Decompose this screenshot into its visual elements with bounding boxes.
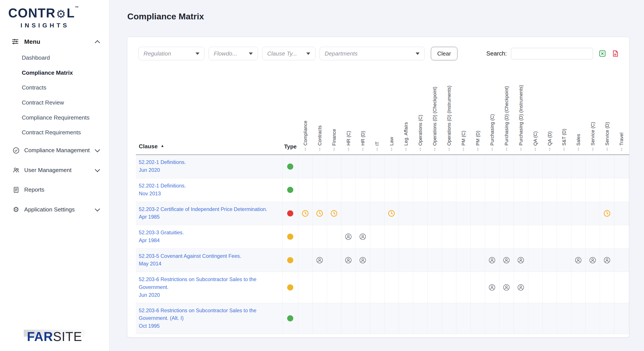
column-header-it[interactable]: IT▲▼ [370,85,384,154]
section-label: Reports [24,186,44,193]
sort-arrows-icon: ▲▼ [505,147,508,151]
sort-arrows-icon: ▲▼ [548,147,551,151]
clause-link[interactable]: 52.203-5 Covenant Against Contingent Fee… [139,252,281,260]
type-column-header[interactable]: Type [282,144,298,154]
person-icon[interactable] [604,257,610,264]
column-header-finance[interactable]: Finance▲▼ [327,85,342,154]
column-header-pm-c[interactable]: PM (C)▲▼ [456,85,471,154]
clause-date-link[interactable]: Nov 2013 [139,190,281,198]
column-header-purchasing-c[interactable]: Purchasing (C)▲▼ [485,85,500,154]
clause-link[interactable]: 52.203-2 Certificate of Independent Pric… [139,206,281,214]
excel-export-icon[interactable] [598,50,606,58]
sidebar-item-contracts[interactable]: Contracts [0,80,109,95]
clause-link[interactable]: 52.203-3 Gratuities. [139,229,281,237]
regulation-filter[interactable]: Regulation [138,47,205,60]
matrix-cell-purchasing-c [485,178,500,202]
column-header-purchasing-d-instruments[interactable]: Purchasing (D) (Instruments)▲▼ [514,85,528,154]
column-header-qa-d[interactable]: QA (D)▲▼ [542,85,557,154]
person-icon[interactable] [517,284,524,291]
sidebar-item-application-settings[interactable]: ⚙ Application Settings [0,200,109,219]
sidebar-item-compliance-matrix[interactable]: Compliance Matrix [0,65,109,80]
clause-link[interactable]: 52.203-6 Restrictions on Subcontractor S… [139,307,281,322]
sort-arrows-icon: ▲▼ [362,147,364,151]
column-header-operations-d-instruments[interactable]: Operations (D) (Instruments)▲▼ [442,85,456,154]
pdf-export-icon[interactable] [612,50,620,58]
sidebar-item-dashboard[interactable]: Dashboard [0,50,109,65]
flowdown-filter[interactable]: Flowdo... [208,47,258,60]
matrix-cell-service-c [586,178,600,202]
logo-subtitle: INSIGHTS [20,22,109,29]
clock-icon[interactable] [330,210,338,217]
clock-icon[interactable] [604,210,610,217]
person-icon[interactable] [345,233,352,240]
type-indicator-red [287,210,293,216]
column-header-operations-c[interactable]: Operations (C)▲▼ [413,85,428,154]
column-header-sales[interactable]: Sales▲▼ [571,85,586,154]
clause-date-link[interactable]: Jun 2020 [139,291,281,299]
clause-date-link[interactable]: Apr 1984 [139,237,281,244]
column-header-leg-affairs[interactable]: Leg. Affairs▲▼ [399,85,413,154]
departments-filter[interactable]: Departments [320,47,425,60]
person-icon[interactable] [589,257,596,264]
clause-column-header[interactable]: Clause▲ [136,143,282,154]
column-header-hr-d[interactable]: HR (D)▲▼ [356,85,370,154]
column-header-law[interactable]: Law▲▼ [384,85,399,154]
caret-down-icon [306,52,310,55]
column-header-contracts[interactable]: Contracts▲▼ [313,85,327,154]
farsite-far: FAR [27,330,53,344]
person-icon[interactable] [359,233,366,240]
clock-icon[interactable] [316,210,323,217]
matrix-cell-operations-c [413,178,428,202]
matrix-cell-purchasing-c [485,272,500,303]
clear-button[interactable]: Clear [431,47,458,60]
person-icon[interactable] [345,257,352,264]
clause-link[interactable]: 52.202-1 Definitions. [139,158,281,166]
sidebar-item-compliance-requirements[interactable]: Compliance Requirements [0,110,109,125]
column-header-service-c[interactable]: Service (C)▲▼ [586,85,600,154]
column-header-s-t-d[interactable]: S&T (D)▲▼ [557,85,571,154]
clause-date-link[interactable]: May 2014 [139,260,281,268]
column-header-travel[interactable]: Travel▲▼ [614,85,629,154]
matrix-cell-compliance [298,178,313,202]
column-header-hr-c[interactable]: HR (C)▲▼ [342,85,356,154]
matrix-cell-finance [327,155,342,178]
matrix-cell-operations-d-checkpoint [428,155,442,178]
column-header-purchasing-d-checkpoint[interactable]: Purchasing (D) (Checkpoint)▲▼ [500,85,514,154]
sort-arrows-icon: ▲▼ [606,147,608,151]
matrix-cell-hr-c [342,303,356,334]
person-icon[interactable] [488,257,496,264]
clause-date-link[interactable]: Jun 2020 [139,166,281,174]
person-icon[interactable] [517,257,524,264]
matrix-cell-purchasing-d-instruments [514,225,528,248]
column-header-qa-c[interactable]: QA (C)▲▼ [528,85,542,154]
person-icon[interactable] [488,284,496,291]
clock-icon[interactable] [388,210,395,217]
clause-link[interactable]: 52.202-1 Definitions. [139,182,281,190]
clause-date-link[interactable]: Oct 1995 [139,322,281,330]
column-header-compliance[interactable]: Compliance▲▼ [298,85,313,154]
department-label: QA (C) [533,131,538,146]
menu-toggle[interactable]: Menu [0,38,109,45]
person-icon[interactable] [503,284,510,291]
clause-date-link[interactable]: Apr 1985 [139,213,281,221]
clock-icon[interactable] [302,210,309,217]
person-icon[interactable] [359,257,366,264]
clause-link[interactable]: 52.203-6 Restrictions on Subcontractor S… [139,276,281,291]
column-header-operations-d-checkpoint[interactable]: Operations (D) (Checkpoint)▲▼ [428,85,442,154]
person-icon[interactable] [316,257,323,264]
sidebar-item-contract-review[interactable]: Contract Review [0,95,109,110]
column-header-pm-d[interactable]: PM (D)▲▼ [471,85,485,154]
sidebar-item-contract-requirements[interactable]: Contract Requirements [0,125,109,140]
clause-type-filter[interactable]: Clause Ty... [262,47,316,60]
person-icon[interactable] [503,257,510,264]
matrix-cell-s-t-d [557,225,571,248]
type-indicator-green [287,164,293,170]
person-icon[interactable] [575,257,582,264]
search-input[interactable] [511,48,593,60]
column-header-service-d[interactable]: Service (D)▲▼ [600,85,614,154]
sidebar-item-reports[interactable]: Reports [0,180,109,199]
matrix-cell-travel [614,249,629,272]
sidebar-item-user-management[interactable]: User Management [0,161,109,180]
sidebar-item-compliance-management[interactable]: Compliance Management [0,141,109,160]
type-indicator-green [287,315,293,322]
